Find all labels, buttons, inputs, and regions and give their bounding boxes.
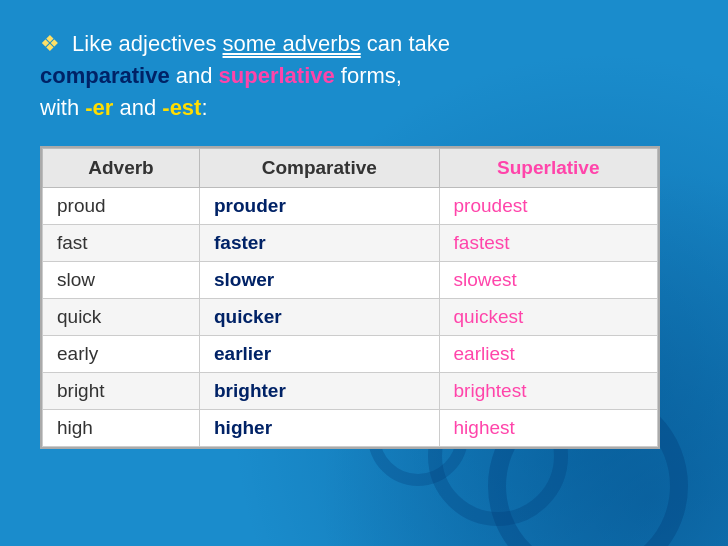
table-row: proudprouderproudest (43, 187, 658, 224)
cell-row2-col2: slowest (439, 261, 657, 298)
header-superlative: Superlative (439, 148, 657, 187)
cell-row5-col2: brightest (439, 372, 657, 409)
line3-before: with (40, 95, 85, 120)
table-row: quickquickerquickest (43, 298, 658, 335)
table-header-row: Adverb Comparative Superlative (43, 148, 658, 187)
intro-text-after: can take (361, 31, 450, 56)
table-row: fastfasterfastest (43, 224, 658, 261)
intro-text-before: Like adjectives (66, 31, 223, 56)
cell-row6-col2: highest (439, 409, 657, 446)
table-row: earlyearlierearliest (43, 335, 658, 372)
cell-row1-col1: faster (200, 224, 440, 261)
table-row: highhigherhighest (43, 409, 658, 446)
cell-row4-col1: earlier (200, 335, 440, 372)
comparative-label: comparative (40, 63, 170, 88)
line2-mid: and (170, 63, 219, 88)
cell-row3-col1: quicker (200, 298, 440, 335)
intro-paragraph: ❖ Like adjectives some adverbs can take … (40, 28, 688, 124)
line3-mid: and (113, 95, 162, 120)
est-suffix: -est (162, 95, 201, 120)
cell-row4-col2: earliest (439, 335, 657, 372)
cell-row0-col2: proudest (439, 187, 657, 224)
table-row: brightbrighterbrightest (43, 372, 658, 409)
cell-row0-col1: prouder (200, 187, 440, 224)
cell-row1-col0: fast (43, 224, 200, 261)
cell-row0-col0: proud (43, 187, 200, 224)
header-comparative: Comparative (200, 148, 440, 187)
table-row: slowslowerslowest (43, 261, 658, 298)
cell-row2-col0: slow (43, 261, 200, 298)
cell-row6-col1: higher (200, 409, 440, 446)
cell-row3-col2: quickest (439, 298, 657, 335)
er-suffix: -er (85, 95, 113, 120)
cell-row3-col0: quick (43, 298, 200, 335)
header-adverb: Adverb (43, 148, 200, 187)
adverbs-table-wrapper: Adverb Comparative Superlative proudprou… (40, 146, 660, 449)
cell-row2-col1: slower (200, 261, 440, 298)
line2-after: forms, (335, 63, 402, 88)
cell-row5-col0: bright (43, 372, 200, 409)
main-content: ❖ Like adjectives some adverbs can take … (0, 0, 728, 469)
cell-row1-col2: fastest (439, 224, 657, 261)
some-adverbs-text: some adverbs (223, 31, 361, 56)
line3-after: : (201, 95, 207, 120)
cell-row6-col0: high (43, 409, 200, 446)
cell-row4-col0: early (43, 335, 200, 372)
superlative-label: superlative (219, 63, 335, 88)
bullet-icon: ❖ (40, 31, 60, 56)
adverbs-table: Adverb Comparative Superlative proudprou… (42, 148, 658, 447)
cell-row5-col1: brighter (200, 372, 440, 409)
